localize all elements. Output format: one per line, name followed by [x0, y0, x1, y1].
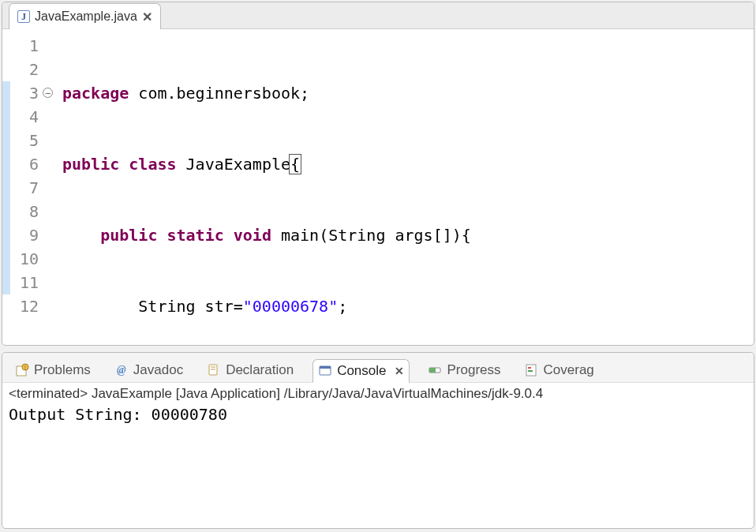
bottom-pane: ! Problems @ Javadoc Declaration Console… — [2, 352, 754, 529]
svg-rect-11 — [528, 367, 531, 369]
code-line: public static void main(String args[]){ — [62, 223, 754, 247]
svg-text:!: ! — [24, 365, 26, 370]
javadoc-icon: @ — [114, 363, 129, 377]
problems-icon: ! — [15, 363, 29, 377]
declaration-icon — [207, 363, 221, 377]
code-editor[interactable]: 1 2 3− 4 5 6 7 8 9 10 11 12 package com.… — [2, 29, 754, 345]
tab-label: Console — [337, 363, 386, 379]
svg-rect-7 — [320, 366, 331, 369]
console-icon — [318, 364, 332, 378]
tab-javadoc[interactable]: @ Javadoc — [110, 359, 188, 381]
console-status: <terminated> JavaExample [Java Applicati… — [2, 383, 754, 405]
tab-label: Declaration — [226, 362, 294, 378]
close-icon[interactable]: ✕ — [395, 365, 404, 377]
java-file-icon: J — [17, 10, 30, 23]
editor-tab-title: JavaExample.java — [35, 9, 137, 24]
highlight-column — [2, 34, 10, 345]
tab-problems[interactable]: ! Problems — [10, 359, 95, 381]
line-number-gutter: 1 2 3− 4 5 6 7 8 9 10 11 12 — [10, 34, 43, 345]
bottom-tab-bar: ! Problems @ Javadoc Declaration Console… — [2, 353, 754, 383]
tab-declaration[interactable]: Declaration — [202, 359, 298, 381]
code-line: String str="00000678"; — [62, 294, 754, 318]
code-content[interactable]: package com.beginnersbook; public class … — [58, 34, 754, 345]
tab-label: Progress — [447, 362, 501, 378]
code-line: public class JavaExample{ — [62, 152, 754, 176]
tab-progress[interactable]: Progress — [424, 359, 506, 381]
tab-label: Problems — [34, 362, 91, 378]
svg-rect-9 — [429, 368, 436, 373]
coverage-icon — [525, 363, 539, 377]
tab-console[interactable]: Console ✕ — [313, 359, 409, 383]
console-output: Output String: 00000780 — [2, 405, 754, 424]
svg-rect-12 — [528, 370, 533, 372]
close-icon[interactable]: ✕ — [142, 9, 152, 24]
code-line: package com.beginnersbook; — [62, 81, 754, 105]
editor-pane: J JavaExample.java ✕ 1 2 3− 4 5 6 7 8 9 … — [2, 2, 754, 346]
editor-tab-bar: J JavaExample.java ✕ — [2, 2, 754, 29]
tab-label: Coverag — [544, 362, 594, 378]
progress-icon — [429, 363, 443, 377]
tab-coverage[interactable]: Coverag — [520, 359, 599, 381]
editor-tab[interactable]: J JavaExample.java ✕ — [9, 3, 161, 29]
tab-label: Javadoc — [133, 362, 183, 378]
fold-column — [43, 34, 58, 345]
fold-toggle-icon[interactable]: − — [43, 88, 53, 98]
